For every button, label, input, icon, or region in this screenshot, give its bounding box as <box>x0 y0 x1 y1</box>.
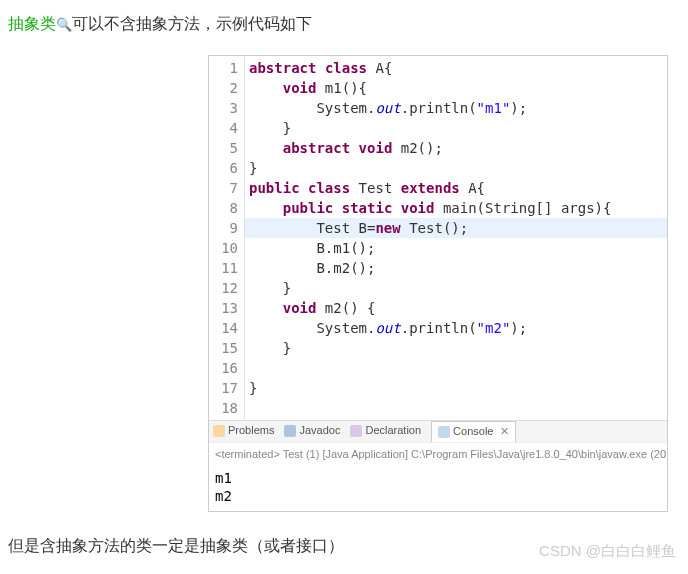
line-number: 9 <box>209 218 238 238</box>
tab-declaration[interactable]: Declaration <box>350 421 421 441</box>
console-icon <box>438 426 450 438</box>
problems-icon <box>213 425 225 437</box>
code-line: } <box>245 278 667 298</box>
code-line: abstract void m2(); <box>245 138 667 158</box>
line-number: 4 <box>209 118 238 138</box>
line-number: 1 <box>209 58 238 78</box>
console-output: m1 m2 <box>209 467 667 511</box>
code-line: B.m1(); <box>245 238 667 258</box>
tab-javadoc[interactable]: Javadoc <box>284 421 340 441</box>
line-number: 16 <box>209 358 238 378</box>
tab-declaration-label: Declaration <box>365 421 421 441</box>
code-line: public class Test extends A{ <box>245 178 667 198</box>
search-icon[interactable]: 🔍 <box>56 13 72 36</box>
line-number: 12 <box>209 278 238 298</box>
paragraph-1: 但是含抽象方法的类一定是抽象类（或者接口） <box>8 532 680 561</box>
code-line: Test B=new Test(); <box>245 218 667 238</box>
code-line <box>245 398 667 418</box>
intro-text: 抽象类🔍可以不含抽象方法，示例代码如下 <box>8 10 680 39</box>
code-line: B.m2(); <box>245 258 667 278</box>
code-line: abstract class A{ <box>245 58 667 78</box>
line-number: 6 <box>209 158 238 178</box>
code-line: } <box>245 378 667 398</box>
intro-rest: 可以不含抽象方法，示例代码如下 <box>72 15 312 32</box>
code-line: void m2() { <box>245 298 667 318</box>
line-number: 3 <box>209 98 238 118</box>
line-number: 17 <box>209 378 238 398</box>
line-number: 14 <box>209 318 238 338</box>
output-line-1: m1 <box>215 469 661 487</box>
line-number: 10 <box>209 238 238 258</box>
line-number: 11 <box>209 258 238 278</box>
line-number: 7 <box>209 178 238 198</box>
code-line: } <box>245 338 667 358</box>
code-line <box>245 358 667 378</box>
code-editor: 123456789101112131415161718 abstract cla… <box>208 55 668 512</box>
abstract-class-link[interactable]: 抽象类 <box>8 15 56 32</box>
line-number: 15 <box>209 338 238 358</box>
terminated-status: <terminated> Test (1) [Java Application]… <box>209 442 667 467</box>
eclipse-tabs: Problems Javadoc Declaration Console ✕ <box>209 420 667 442</box>
tab-problems-label: Problems <box>228 421 274 441</box>
code-line: System.out.println("m1"); <box>245 98 667 118</box>
javadoc-icon <box>284 425 296 437</box>
tab-javadoc-label: Javadoc <box>299 421 340 441</box>
close-icon[interactable]: ✕ <box>500 422 509 442</box>
code-line: } <box>245 158 667 178</box>
tab-console[interactable]: Console ✕ <box>431 421 516 442</box>
line-number: 2 <box>209 78 238 98</box>
line-gutter: 123456789101112131415161718 <box>209 56 245 420</box>
code-line: } <box>245 118 667 138</box>
code-body: abstract class A{ void m1(){ System.out.… <box>245 56 667 420</box>
line-number: 13 <box>209 298 238 318</box>
output-line-2: m2 <box>215 487 661 505</box>
code-line: void m1(){ <box>245 78 667 98</box>
declaration-icon <box>350 425 362 437</box>
line-number: 8 <box>209 198 238 218</box>
line-number: 5 <box>209 138 238 158</box>
tab-problems[interactable]: Problems <box>213 421 274 441</box>
line-number: 18 <box>209 398 238 418</box>
code-line: public static void main(String[] args){ <box>245 198 667 218</box>
tab-console-label: Console <box>453 422 493 442</box>
code-line: System.out.println("m2"); <box>245 318 667 338</box>
